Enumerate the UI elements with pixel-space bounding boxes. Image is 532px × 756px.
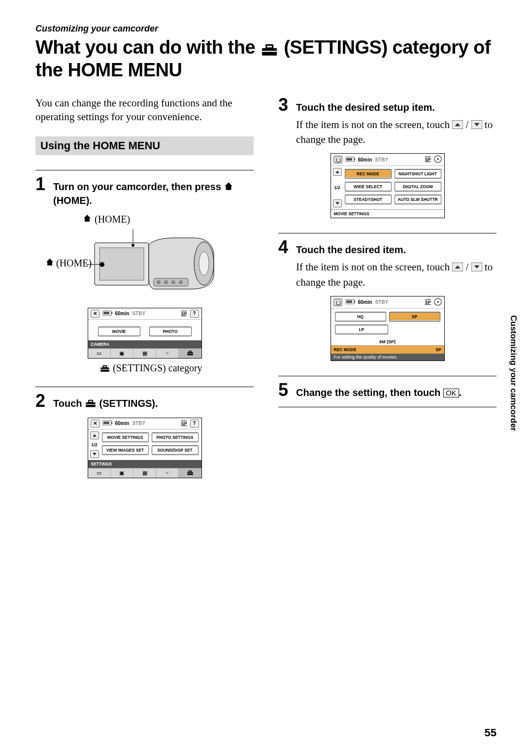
step-3: 3 Touch the desired setup item. If the i… <box>278 96 497 219</box>
divider <box>278 407 497 407</box>
page-number: 55 <box>485 726 497 739</box>
footer-right: SP <box>435 347 441 352</box>
close close 2-icon[interactable]: ✕ <box>91 420 100 427</box>
page-up-button[interactable] <box>333 168 342 176</box>
nightshot-light-button[interactable]: NIGHTSHOT LIGHT <box>395 169 441 179</box>
home-icon <box>45 258 54 269</box>
mode-label: SP <box>181 311 187 316</box>
svg-point-19 <box>164 280 168 284</box>
camcorder-illustration: (HOME) <box>80 229 218 298</box>
battery-label: 60min <box>115 421 130 426</box>
step-title-pre: Touch <box>53 398 85 409</box>
tab-icon[interactable]: ☜ <box>156 349 179 358</box>
movie-settings-button[interactable]: MOVIE SETTINGS <box>102 432 149 442</box>
status-label: STBY <box>132 421 145 426</box>
screen-rec-mode: 60min STBY SP HQ SP <box>331 296 445 361</box>
side-section-label: Customizing your camcorder <box>508 315 518 431</box>
lp-button[interactable]: LP <box>335 325 389 334</box>
movie-button[interactable]: MOVIE <box>98 327 140 336</box>
step-body: If the item is not on the screen, touch … <box>296 118 497 147</box>
page-down-button[interactable] <box>90 450 99 458</box>
step-title: Touch (SETTINGS). <box>53 392 158 411</box>
svg-point-16 <box>199 252 209 275</box>
step-2: 2 Touch (SETTINGS). ✕ 60min STBY SP <box>35 392 254 478</box>
tab-icon[interactable]: ▭ <box>88 349 111 358</box>
step-4: 4 Touch the desired item. If the item is… <box>278 238 497 361</box>
svg-point-18 <box>157 280 161 284</box>
sp-button[interactable]: SP <box>389 312 440 322</box>
help-icon[interactable]: ? <box>190 310 199 318</box>
screen-camera: ✕ 60min STBY SP ? MOVIE PHOTO <box>88 308 202 359</box>
arrow-down-icon <box>471 261 482 275</box>
page-up-button[interactable] <box>90 431 99 439</box>
screen-caption: (SETTINGS) category <box>100 362 254 375</box>
step-title: Touch the desired item. <box>296 238 406 256</box>
svg-point-21 <box>179 280 183 284</box>
section-heading: Using the HOME MENU <box>35 136 254 155</box>
body-pre: If the item is not on the screen, touch <box>296 261 452 273</box>
breadcrumb: Customizing your camcorder <box>35 24 497 34</box>
body-mid: / <box>463 261 471 273</box>
battery-label: 60min <box>358 157 372 163</box>
svg-point-20 <box>171 280 175 284</box>
toolbox-icon <box>85 398 97 411</box>
steadyshot-button[interactable]: STEADYSHOT <box>345 195 392 204</box>
tab-icon[interactable]: ▣ <box>111 468 133 478</box>
divider <box>278 376 497 376</box>
step-title-post: . <box>459 387 462 398</box>
tab-icon[interactable]: ▭ <box>88 468 111 478</box>
status-label: STBY <box>375 299 388 305</box>
close-icon[interactable]: ✕ <box>91 310 100 318</box>
intro-text: You can change the recording functions a… <box>35 96 254 124</box>
screen-note: For setting the quality of movies. <box>331 354 444 361</box>
step-5: 5 Change the setting, then touch OK. <box>278 381 497 399</box>
status-label: STBY <box>375 157 388 163</box>
disc-icon <box>434 155 442 164</box>
svg-point-14 <box>132 244 134 247</box>
tab-icon[interactable]: ▦ <box>133 468 156 478</box>
photo-button[interactable]: PHOTO <box>149 327 192 336</box>
battery-icon <box>102 310 112 317</box>
arrow-up-icon <box>452 261 463 275</box>
view-images-set-button[interactable]: VIEW IMAGES SET <box>102 445 149 455</box>
caption-text: (SETTINGS) category <box>113 362 202 373</box>
sound-disp-set-button[interactable]: SOUND/DISP SET <box>152 445 199 455</box>
step-title-pre: Change the setting, then touch <box>296 387 443 398</box>
screen-footer: CAMERA <box>88 340 201 348</box>
digital-zoom-button[interactable]: DIGITAL ZOOM <box>395 182 441 192</box>
mode-label: SP <box>425 157 431 162</box>
ok-icon: OK <box>443 389 459 398</box>
rec-mode-button[interactable]: REC MODE <box>345 169 392 179</box>
svg-point-22 <box>100 262 104 267</box>
page-down-button[interactable] <box>333 199 342 207</box>
tab-settings-icon[interactable] <box>179 468 201 478</box>
tab-bar: ▭ ▣ ▦ ☜ <用 href="#i-toolbox"/> <box>88 348 201 358</box>
home-icon <box>83 214 92 225</box>
footer-text: MOVIE SETTINGS <box>334 211 369 216</box>
battery-label: 60min <box>115 311 130 316</box>
back-icon[interactable] <box>333 156 342 164</box>
photo-settings-button[interactable]: PHOTO SETTINGS <box>152 432 199 442</box>
tab-settings-icon[interactable]: <用 href="#i-toolbox"/> <box>179 349 201 358</box>
help-icon[interactable]: ? <box>190 420 199 427</box>
tab-icon[interactable]: ☜ <box>156 468 179 478</box>
back-icon[interactable] <box>333 298 342 306</box>
auto-slw-shuttr-button[interactable]: AUTO SLW SHUTTR <box>395 195 441 204</box>
tab-icon[interactable]: ▣ <box>111 349 133 358</box>
step-number: 3 <box>278 96 291 114</box>
screen-footer: REC MODE SP <box>331 345 444 354</box>
hq-button[interactable]: HQ <box>335 312 386 322</box>
svg-rect-13 <box>100 248 144 280</box>
page-indicator: 1/2 <box>334 185 340 190</box>
footer-left: REC MODE <box>334 347 357 352</box>
tab-icon[interactable]: ▦ <box>133 349 156 358</box>
home-label: (HOME) <box>95 214 130 225</box>
mode-label: SP <box>181 421 187 426</box>
tab-bar: ▭ ▣ ▦ ☜ <box>88 468 201 478</box>
step-body: If the item is not on the screen, touch … <box>296 260 497 289</box>
center-info: 6M (SP) <box>335 337 440 345</box>
step-number: 2 <box>35 392 48 410</box>
home-icon <box>224 181 233 194</box>
mode-label: SP <box>425 300 431 305</box>
wide-select-button[interactable]: WIDE SELECT <box>345 182 392 192</box>
